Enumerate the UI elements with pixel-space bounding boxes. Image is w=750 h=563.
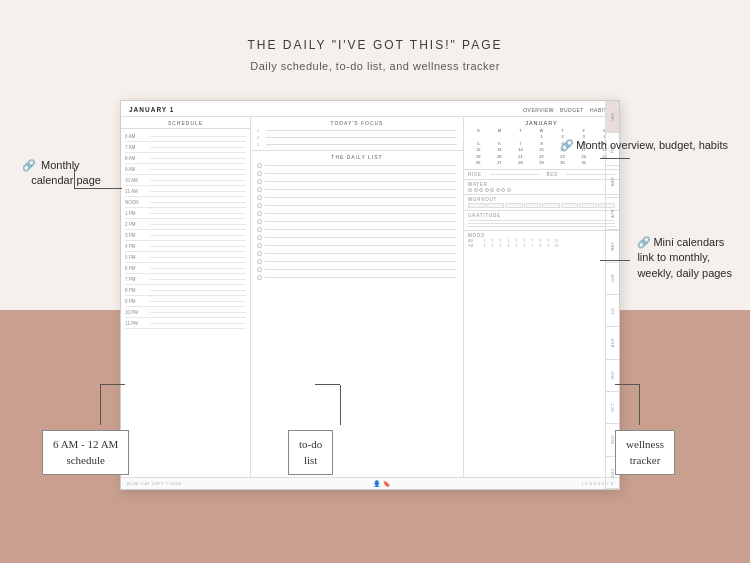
bed-label: BED [547,172,559,177]
callout-wellness: wellnesstracker [615,430,675,475]
mood-row-am: AM 1 2 3 4 5 6 7 8 9 10 [468,239,615,243]
rise-label: RISE [468,172,482,177]
schedule-row: 3 PM [125,230,246,241]
schedule-callout-text: 6 AM - 12 AMschedule [53,438,118,465]
todo-row [257,259,457,264]
todo-row [257,171,457,176]
mood-row-pm: PM 1 2 3 4 5 6 7 8 9 10 [468,244,615,248]
connector-schedule-h [100,384,125,385]
vtab-jul[interactable]: JUL [606,295,619,327]
planner-footer: BLUE CAT LOFT © 2023 👤 🔖 1 2 3 4 5 6 7 8 [121,477,619,489]
workout-section: WORKOUT [464,195,619,211]
schedule-row: 7 AM [125,142,246,153]
vtab-jan[interactable]: JAN [606,101,619,133]
todo-row [257,267,457,272]
todo-row [257,195,457,200]
link-icon-mid-right: 🔗 [637,236,651,248]
planner-body: SCHEDULE 6 AM 7 AM 8 AM 9 AM 10 AM 11 AM… [121,117,619,477]
focus-section: TODAY'S FOCUS 1 2 3 [251,117,463,151]
mood-rows: AM 1 2 3 4 5 6 7 8 9 10 [468,239,615,248]
connector-top-right [600,158,630,159]
vtab-may[interactable]: MAY [606,230,619,262]
page-subtitle: Daily schedule, to-do list, and wellness… [0,60,750,72]
schedule-row: 2 PM [125,219,246,230]
page-title: THE DAILY "I'VE GOT THIS!" PAGE [0,38,750,52]
connector-left [74,188,122,189]
annotation-mid-right: 🔗Mini calendarslink to monthly,weekly, d… [637,235,732,281]
callout-schedule: 6 AM - 12 AMschedule [42,430,129,475]
schedule-row: NOON [125,197,246,208]
connector-todo-v [340,385,341,425]
mood-section: MOOD AM 1 2 3 4 5 6 7 [464,231,619,477]
todo-row [257,243,457,248]
vtab-oct[interactable]: OCT [606,392,619,424]
tab-budget[interactable]: BUDGET [560,107,584,113]
mini-cal-title: JANUARY [468,120,615,126]
vtab-apr[interactable]: APR [606,198,619,230]
schedule-row: 10 PM [125,307,246,318]
connector-schedule-v [100,385,101,425]
schedule-row: 11 AM [125,186,246,197]
todo-row [257,235,457,240]
focus-label: TODAY'S FOCUS [257,120,457,126]
mood-label: MOOD [468,233,615,238]
daily-list-section: THE DAILY LIST [251,151,463,477]
connector-left-v [74,168,75,188]
schedule-lines: 6 AM 7 AM 8 AM 9 AM 10 AM 11 AM NOON 1 P… [121,129,250,477]
connector-wellness-h [615,384,640,385]
schedule-row: 10 AM [125,175,246,186]
wellness-callout-box: wellnesstracker [615,430,675,475]
todo-row [257,179,457,184]
todo-rows [257,163,457,280]
gratitude-section: GRATITUDE [464,211,619,231]
focus-lines: 1 2 3 [257,128,457,147]
todo-row [257,187,457,192]
person-icon: 👤 [373,480,380,487]
tab-overview[interactable]: OVERVIEW [523,107,554,113]
footer-icons: 👤 🔖 [373,480,390,487]
footer-brand: BLUE CAT LOFT © 2023 [127,481,182,486]
planner-header: JANUARY 1 OVERVIEW BUDGET HABITS [121,101,619,117]
todo-callout-text: to-dolist [299,438,322,465]
todo-row [257,219,457,224]
callout-todo: to-dolist [288,430,333,475]
schedule-row: 8 AM [125,153,246,164]
schedule-row: 8 PM [125,285,246,296]
connector-todo-h [315,384,340,385]
annotation-left: 🔗 Monthly calendar page [22,158,101,189]
schedule-row: 9 AM [125,164,246,175]
wellness-callout-text: wellnesstracker [626,438,664,465]
link-icon-left: 🔗 [22,159,36,171]
vtab-aug[interactable]: AUG [606,327,619,359]
rise-bed-section: RISE BED [464,170,619,180]
vtab-jun[interactable]: JUN [606,263,619,295]
page-container: THE DAILY "I'VE GOT THIS!" PAGE Daily sc… [0,0,750,563]
bookmark-icon: 🔖 [383,480,390,487]
schedule-row: 11 PM [125,318,246,329]
todo-callout-box: to-dolist [288,430,333,475]
schedule-row: 7 PM [125,274,246,285]
schedule-label: SCHEDULE [121,117,250,129]
workout-label: WORKOUT [468,197,615,202]
workout-grid [468,203,615,208]
todo-row [257,227,457,232]
right-column: JANUARY S M T W T F S 1 2 3 [464,117,619,477]
planner-date: JANUARY 1 [129,106,523,113]
link-icon-top-right: 🔗 [560,139,574,151]
todo-row [257,203,457,208]
connector-mid-right [600,260,630,261]
schedule-row: 6 AM [125,131,246,142]
todo-row [257,275,457,280]
schedule-row: 9 PM [125,296,246,307]
vtab-sep[interactable]: SEP [606,360,619,392]
planner-tabs: OVERVIEW BUDGET HABITS [523,107,611,113]
todo-row [257,251,457,256]
daily-list-label: THE DAILY LIST [257,154,457,160]
schedule-row: 1 PM [125,208,246,219]
schedule-callout-box: 6 AM - 12 AMschedule [42,430,129,475]
vtab-mar[interactable]: MAR [606,166,619,198]
middle-column: TODAY'S FOCUS 1 2 3 THE DAILY LIST [251,117,464,477]
schedule-row: 4 PM [125,241,246,252]
planner-mockup: JANUARY 1 OVERVIEW BUDGET HABITS SCHEDUL… [120,100,620,490]
water-tracker: WATER [464,180,619,195]
